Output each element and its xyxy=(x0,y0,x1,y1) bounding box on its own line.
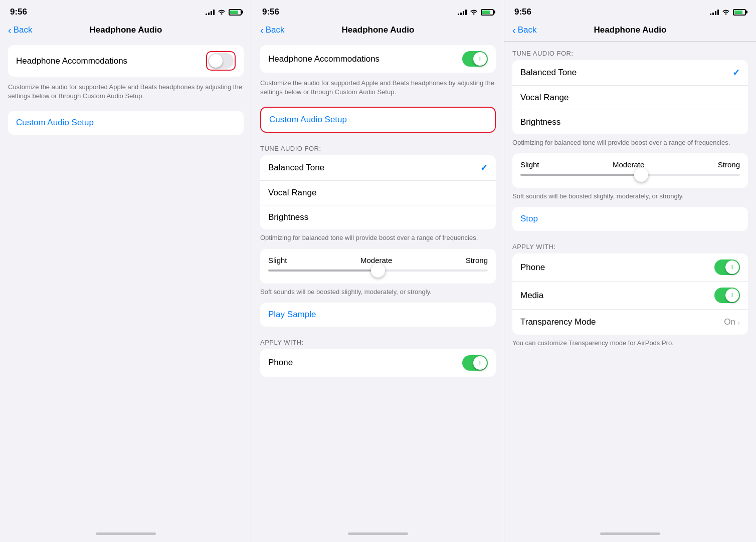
home-bar-3 xyxy=(600,532,660,535)
apply-card-2: Phone I xyxy=(260,349,496,377)
back-button-1[interactable]: ‹ Back xyxy=(8,25,32,35)
custom-audio-row-2[interactable]: Custom Audio Setup xyxy=(261,108,495,132)
accommodations-toggle-1[interactable] xyxy=(208,53,234,69)
panel-1: 9:56 ‹ Back Headphone Audio xyxy=(0,0,252,542)
tune-option-vocal-3[interactable]: Vocal Range xyxy=(512,86,748,110)
slider-3[interactable] xyxy=(520,174,740,176)
tune-section-header-3: TUNE AUDIO FOR: xyxy=(504,42,756,60)
tune-option-brightness-2[interactable]: Brightness xyxy=(260,205,496,229)
media-row-3: Media I xyxy=(512,282,748,310)
home-indicator-3 xyxy=(504,525,756,542)
slider-thumb-2[interactable] xyxy=(371,263,385,278)
accommodations-label-2: Headphone Accommodations xyxy=(268,54,380,64)
phone-toggle-2[interactable]: I xyxy=(462,355,488,371)
toggle-outline-1 xyxy=(206,51,236,71)
phone-label-2: Phone xyxy=(268,358,293,368)
slider-label-strong-3: Strong xyxy=(718,160,740,169)
home-bar-1 xyxy=(96,532,156,535)
transparency-value-3: On xyxy=(724,317,735,327)
slider-thumb-3[interactable] xyxy=(634,168,648,182)
back-chevron-3: ‹ xyxy=(512,25,516,35)
toggle-thumb-2: I xyxy=(473,52,487,66)
stop-row-3[interactable]: Stop xyxy=(512,207,748,231)
tune-option-vocal-2[interactable]: Vocal Range xyxy=(260,181,496,205)
stop-label-3: Stop xyxy=(520,214,538,223)
apply-section-header-2: APPLY WITH: xyxy=(252,331,504,349)
slider-track-2 xyxy=(268,269,378,272)
phone-toggle-thumb-3: I xyxy=(725,260,739,274)
home-bar-2 xyxy=(348,532,408,535)
nav-bar-2: ‹ Back Headphone Audio xyxy=(252,21,504,41)
custom-audio-label-2: Custom Audio Setup xyxy=(269,115,347,124)
wifi-icon-2 xyxy=(470,9,478,16)
battery-icon-2 xyxy=(481,9,494,16)
signal-icon-1 xyxy=(206,9,215,15)
toggle-thumb-1 xyxy=(209,54,223,68)
phone-toggle-thumb-2: I xyxy=(473,356,487,370)
description-1: Customize the audio for supported Apple … xyxy=(0,81,252,107)
home-indicator-1 xyxy=(0,525,252,542)
back-label-1: Back xyxy=(14,25,33,35)
back-button-3[interactable]: ‹ Back xyxy=(512,25,536,35)
tune-section-header-2: TUNE AUDIO FOR: xyxy=(252,137,504,155)
slider-label-strong-2: Strong xyxy=(466,256,488,264)
slider-2[interactable] xyxy=(268,269,488,272)
slider-label-slight-2: Slight xyxy=(268,256,287,264)
slider-card-3: Slight Moderate Strong xyxy=(512,153,748,188)
boost-text-2: Soft sounds will be boosted slightly, mo… xyxy=(260,288,496,297)
nav-title-1: Headphone Audio xyxy=(90,25,162,35)
battery-icon-3 xyxy=(733,9,746,16)
accommodations-row-1: Headphone Accommodations xyxy=(8,45,244,77)
transparency-info-3: You can customize Transparency mode for … xyxy=(512,339,748,348)
tune-option-balanced-label-2: Balanced Tone xyxy=(268,163,324,173)
tune-options-card-3: Balanced Tone ✓ Vocal Range Brightness xyxy=(512,60,748,134)
status-time-3: 9:56 xyxy=(514,7,531,17)
tune-option-balanced-3[interactable]: Balanced Tone ✓ xyxy=(512,60,748,86)
tune-option-balanced-label-3: Balanced Tone xyxy=(520,68,577,78)
tune-option-vocal-label-2: Vocal Range xyxy=(268,188,316,198)
status-icons-1 xyxy=(206,9,242,16)
back-button-2[interactable]: ‹ Back xyxy=(260,25,284,35)
apply-section-header-3: APPLY WITH: xyxy=(504,235,756,253)
phone-row-2: Phone I xyxy=(260,349,496,377)
transparency-row-3[interactable]: Transparency Mode On › xyxy=(512,310,748,335)
slider-card-2: Slight Moderate Strong xyxy=(260,249,496,284)
checkmark-balanced-2: ✓ xyxy=(480,162,488,173)
tune-option-brightness-label-3: Brightness xyxy=(520,117,560,127)
content-2: Headphone Accommodations I Customize the… xyxy=(252,41,504,525)
media-toggle-3[interactable]: I xyxy=(714,288,740,303)
panel-2: 9:56 ‹ Back Headphone Audio xyxy=(252,0,504,542)
tune-option-balanced-2[interactable]: Balanced Tone ✓ xyxy=(260,155,496,181)
tune-option-brightness-3[interactable]: Brightness xyxy=(512,110,748,134)
transparency-chevron-3: › xyxy=(737,318,740,327)
custom-audio-label-1: Custom Audio Setup xyxy=(16,118,94,127)
status-icons-3 xyxy=(710,9,746,16)
signal-icon-3 xyxy=(710,9,719,15)
phone-toggle-3[interactable]: I xyxy=(714,259,740,275)
home-indicator-2 xyxy=(252,525,504,542)
content-1: Headphone Accommodations Customize the a… xyxy=(0,41,252,525)
status-icons-2 xyxy=(458,9,494,16)
phone-label-3: Phone xyxy=(520,262,545,273)
wifi-icon-3 xyxy=(722,9,730,16)
status-bar-1: 9:56 xyxy=(0,0,252,21)
accommodations-toggle-2[interactable]: I xyxy=(462,51,488,67)
accommodations-card-2: Headphone Accommodations I xyxy=(260,45,496,73)
play-sample-row-2[interactable]: Play Sample xyxy=(260,303,496,327)
media-toggle-thumb-3: I xyxy=(725,289,739,302)
slider-track-3 xyxy=(520,174,641,176)
play-sample-label-2: Play Sample xyxy=(268,310,316,319)
wifi-icon-1 xyxy=(218,9,226,16)
description-2: Customize the audio for supported Apple … xyxy=(252,77,504,103)
media-label-3: Media xyxy=(520,291,543,301)
transparency-label-3: Transparency Mode xyxy=(520,317,596,327)
nav-title-3: Headphone Audio xyxy=(594,25,667,35)
back-chevron-1: ‹ xyxy=(8,25,12,35)
accommodations-row-2: Headphone Accommodations I xyxy=(260,45,496,73)
signal-icon-2 xyxy=(458,9,467,15)
custom-audio-row-1[interactable]: Custom Audio Setup xyxy=(8,111,244,135)
slider-labels-3: Slight Moderate Strong xyxy=(520,160,740,169)
back-label-2: Back xyxy=(266,25,285,35)
nav-bar-3: ‹ Back Headphone Audio xyxy=(504,21,756,41)
tune-option-vocal-label-3: Vocal Range xyxy=(520,93,569,103)
